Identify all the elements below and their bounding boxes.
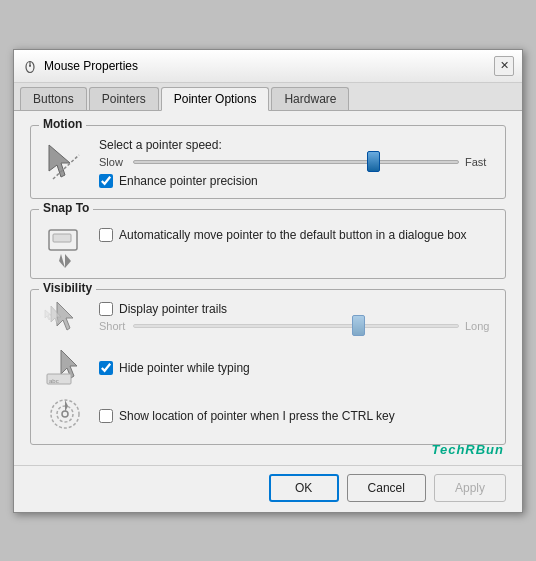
tab-pointers[interactable]: Pointers: [89, 87, 159, 110]
fast-label: Fast: [465, 156, 493, 168]
visibility-group: Visibility Display pointer trails Short: [30, 289, 506, 445]
svg-marker-8: [59, 254, 65, 268]
show-location-label[interactable]: Show location of pointer when I press th…: [119, 409, 395, 423]
cancel-button[interactable]: Cancel: [347, 474, 426, 502]
close-button[interactable]: ✕: [494, 56, 514, 76]
visibility-group-label: Visibility: [39, 281, 96, 295]
tab-buttons[interactable]: Buttons: [20, 87, 87, 110]
window-icon: [22, 58, 38, 74]
svg-marker-7: [65, 254, 71, 268]
enhance-precision-row: Enhance pointer precision: [99, 174, 493, 188]
trails-checkbox-row: Display pointer trails: [99, 302, 493, 316]
snapto-row: Automatically move pointer to the defaul…: [43, 222, 493, 268]
svg-marker-3: [49, 145, 70, 177]
snapto-checkbox[interactable]: [99, 228, 113, 242]
hide-typing-checkbox[interactable]: [99, 361, 113, 375]
ok-button[interactable]: OK: [269, 474, 339, 502]
hide-typing-item: abc Hide pointer while typing: [43, 346, 493, 386]
tab-content: Motion Select a pointer speed: Slow Fast: [14, 111, 522, 465]
title-bar: Mouse Properties ✕: [14, 50, 522, 83]
auto-move-row: Automatically move pointer to the defaul…: [99, 228, 493, 242]
trails-content: Display pointer trails Short Long: [99, 298, 493, 338]
hide-typing-label[interactable]: Hide pointer while typing: [119, 361, 250, 375]
speed-slider[interactable]: [133, 160, 459, 164]
motion-controls: Select a pointer speed: Slow Fast Enhanc…: [99, 138, 493, 188]
speed-slider-row: Slow Fast: [99, 156, 493, 168]
motion-group-label: Motion: [39, 117, 86, 131]
trails-item: Display pointer trails Short Long: [43, 298, 493, 338]
snapto-group-label: Snap To: [39, 201, 93, 215]
trails-label[interactable]: Display pointer trails: [119, 302, 227, 316]
svg-marker-11: [45, 310, 51, 320]
tab-hardware[interactable]: Hardware: [271, 87, 349, 110]
tab-bar: Buttons Pointers Pointer Options Hardwar…: [14, 83, 522, 111]
show-location-checkbox[interactable]: [99, 409, 113, 423]
footer: OK Cancel Apply: [14, 465, 522, 512]
hide-typing-row: Hide pointer while typing: [99, 361, 493, 375]
svg-marker-18: [65, 400, 68, 412]
show-location-icon: [43, 394, 87, 434]
enhance-precision-label[interactable]: Enhance pointer precision: [119, 174, 258, 188]
motion-row: Select a pointer speed: Slow Fast Enhanc…: [43, 138, 493, 188]
trails-checkbox[interactable]: [99, 302, 113, 316]
snapto-group: Snap To Automatically move pointer to th…: [30, 209, 506, 279]
tab-pointer-options[interactable]: Pointer Options: [161, 87, 270, 111]
trails-slider-row: Short Long: [99, 320, 493, 332]
trails-slider: [133, 324, 459, 328]
slow-label: Slow: [99, 156, 127, 168]
enhance-precision-checkbox[interactable]: [99, 174, 113, 188]
svg-text:abc: abc: [49, 378, 59, 384]
svg-point-2: [29, 64, 31, 67]
show-location-row: Show location of pointer when I press th…: [99, 409, 493, 423]
short-label: Short: [99, 320, 127, 332]
show-location-item: Show location of pointer when I press th…: [43, 394, 493, 434]
motion-pointer-icon: [43, 141, 87, 185]
mouse-properties-window: Mouse Properties ✕ Buttons Pointers Poin…: [13, 49, 523, 513]
window-title: Mouse Properties: [44, 59, 138, 73]
hide-typing-icon: abc: [43, 346, 87, 386]
show-location-content: Show location of pointer when I press th…: [99, 405, 493, 423]
snapto-label[interactable]: Automatically move pointer to the defaul…: [119, 228, 467, 242]
trails-icon: [43, 298, 87, 338]
long-label: Long: [465, 320, 493, 332]
apply-button: Apply: [434, 474, 506, 502]
title-bar-left: Mouse Properties: [22, 58, 138, 74]
snapto-content: Automatically move pointer to the defaul…: [99, 222, 493, 242]
snapto-icon: [43, 224, 87, 268]
motion-group: Motion Select a pointer speed: Slow Fast: [30, 125, 506, 199]
hide-typing-content: Hide pointer while typing: [99, 357, 493, 375]
speed-label: Select a pointer speed:: [99, 138, 493, 152]
svg-rect-6: [53, 234, 71, 242]
